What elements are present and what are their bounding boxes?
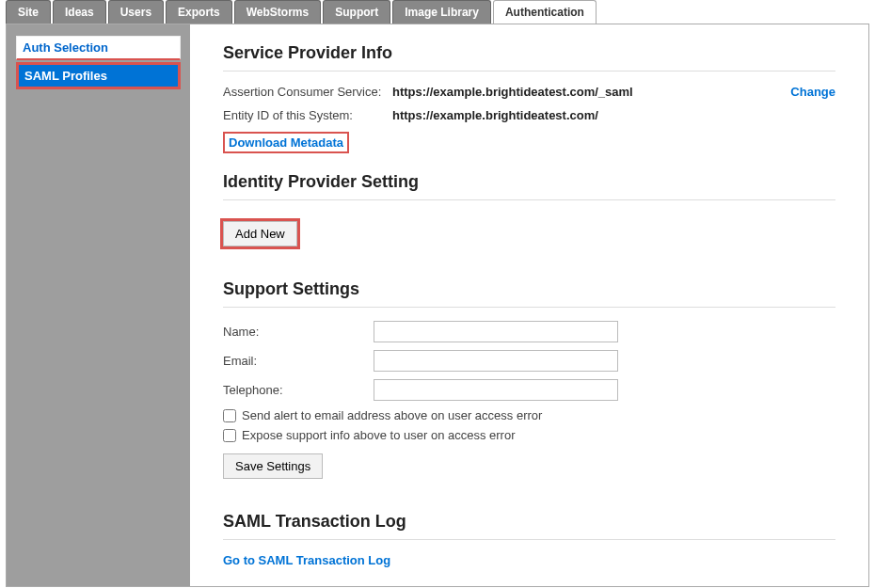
alert-checkbox-label: Send alert to email address above on use… <box>242 408 542 422</box>
expose-checkbox[interactable] <box>223 429 236 442</box>
support-settings-heading: Support Settings <box>223 279 835 299</box>
name-row: Name: <box>223 321 835 342</box>
tab-authentication[interactable]: Authentication <box>493 0 597 24</box>
top-tabs: Site Ideas Users Exports WebStorms Suppo… <box>0 0 875 24</box>
tab-webstorms[interactable]: WebStorms <box>234 0 321 24</box>
service-provider-heading: Service Provider Info <box>223 43 835 63</box>
change-link[interactable]: Change <box>790 85 835 99</box>
name-label: Name: <box>223 325 374 339</box>
telephone-label: Telephone: <box>223 383 374 397</box>
sidebar: Auth Selection SAML Profiles <box>7 24 190 586</box>
tab-site[interactable]: Site <box>6 0 51 24</box>
transaction-log-link[interactable]: Go to SAML Transaction Log <box>223 553 390 567</box>
content-area: Service Provider Info Assertion Consumer… <box>190 24 868 586</box>
tab-exports[interactable]: Exports <box>166 0 232 24</box>
entity-id-value: https://example.brightideatest.com/ <box>392 108 835 122</box>
email-input[interactable] <box>374 350 618 372</box>
sidebar-item-auth-selection[interactable]: Auth Selection <box>16 36 181 60</box>
acs-label: Assertion Consumer Service: <box>223 85 392 99</box>
identity-provider-heading: Identity Provider Setting <box>223 172 835 192</box>
transaction-log-heading: SAML Transaction Log <box>223 512 835 532</box>
expose-checkbox-label: Expose support info above to user on acc… <box>242 428 516 442</box>
sidebar-item-saml-profiles[interactable]: SAML Profiles <box>16 62 181 89</box>
alert-checkbox-row: Send alert to email address above on use… <box>223 408 835 422</box>
acs-value: https://example.brightideatest.com/_saml <box>392 85 790 99</box>
download-metadata-link[interactable]: Download Metadata <box>223 132 349 153</box>
tab-support[interactable]: Support <box>323 0 390 24</box>
acs-row: Assertion Consumer Service: https://exam… <box>223 85 835 99</box>
divider <box>223 307 835 308</box>
entity-id-row: Entity ID of this System: https://exampl… <box>223 108 835 122</box>
telephone-input[interactable] <box>374 379 618 401</box>
expose-checkbox-row: Expose support info above to user on acc… <box>223 428 835 442</box>
name-input[interactable] <box>374 321 618 342</box>
entity-id-label: Entity ID of this System: <box>223 108 392 122</box>
main-container: Auth Selection SAML Profiles Service Pro… <box>6 24 869 587</box>
telephone-row: Telephone: <box>223 379 835 401</box>
tab-image-library[interactable]: Image Library <box>392 0 491 24</box>
divider <box>223 199 835 200</box>
tab-ideas[interactable]: Ideas <box>53 0 106 24</box>
email-label: Email: <box>223 354 374 368</box>
email-row: Email: <box>223 350 835 372</box>
divider <box>223 71 835 72</box>
tab-users[interactable]: Users <box>108 0 164 24</box>
save-settings-button[interactable]: Save Settings <box>223 453 323 479</box>
alert-checkbox[interactable] <box>223 409 236 422</box>
divider <box>223 539 835 540</box>
add-new-button[interactable]: Add New <box>223 221 297 246</box>
